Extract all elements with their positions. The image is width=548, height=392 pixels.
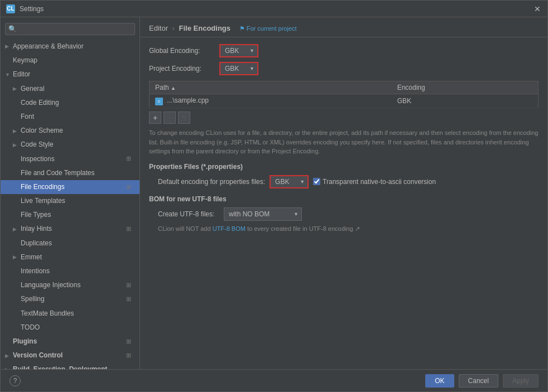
- sidebar-item-label: Color Scheme: [21, 125, 63, 136]
- sidebar-item-spelling[interactable]: Spelling ⊞: [1, 292, 140, 306]
- settings-icon: ⊞: [126, 351, 135, 361]
- sidebar-item-label: Language Injections: [21, 280, 80, 291]
- bom-dropdown[interactable]: with NO BOM ▼: [224, 207, 302, 221]
- title-bar: CL Settings ✕: [1, 1, 547, 17]
- sidebar-item-version-control[interactable]: ▶ Version Control ⊞: [1, 349, 140, 362]
- chevron-down-icon: ▼: [249, 48, 254, 54]
- sidebar-item-file-encodings[interactable]: File Encodings ⊞: [1, 180, 140, 194]
- sidebar-item-label: General: [21, 84, 45, 94]
- sidebar-item-label: Live Templates: [21, 196, 65, 206]
- chevron-icon: ▶: [13, 253, 21, 261]
- project-encoding-dropdown[interactable]: GBK ▼: [219, 62, 258, 75]
- sidebar-item-file-types[interactable]: File Types: [1, 208, 140, 222]
- properties-encoding-value: GBK: [275, 178, 289, 186]
- apply-button[interactable]: Apply: [503, 374, 539, 388]
- utf8-bom-link[interactable]: UTF-8 BOM: [213, 225, 246, 232]
- breadcrumb-parent: Editor: [149, 24, 168, 32]
- bom-info: CLion will NOT add UTF-8 BOM to every cr…: [149, 225, 539, 233]
- sidebar-item-label: File Types: [21, 210, 51, 220]
- create-utf8-label: Create UTF-8 files:: [158, 210, 219, 218]
- sidebar-item-code-style[interactable]: ▶ Code Style: [1, 138, 140, 152]
- sidebar: 🔍 ▶ Appearance & Behavior Keymap ▼ Edito…: [1, 17, 140, 369]
- sidebar-item-label: File Encodings: [21, 182, 65, 192]
- bom-dropdown-value: with NO BOM: [229, 210, 270, 218]
- sidebar-item-inspections[interactable]: Inspections ⊞: [1, 152, 140, 166]
- sidebar-item-todo[interactable]: TODO: [1, 321, 140, 335]
- breadcrumb: Editor › File Encodings ⚑ For current pr…: [149, 24, 539, 32]
- add-button[interactable]: +: [149, 112, 161, 124]
- chevron-icon: ▼: [5, 71, 13, 79]
- sidebar-item-keymap[interactable]: Keymap: [1, 54, 140, 67]
- sidebar-item-appearance[interactable]: ▶ Appearance & Behavior: [1, 40, 140, 54]
- sidebar-item-emmet[interactable]: ▶ Emmet: [1, 250, 140, 264]
- sidebar-item-label: Inspections: [21, 154, 55, 164]
- sidebar-item-general[interactable]: ▶ General: [1, 82, 140, 96]
- sidebar-item-file-code-templates[interactable]: File and Code Templates: [1, 166, 140, 180]
- app-icon: CL: [6, 4, 15, 13]
- edit-button[interactable]: ✎: [178, 112, 190, 124]
- settings-icon: ⊞: [126, 154, 135, 164]
- settings-window: CL Settings ✕ 🔍 ▶ Appearance & Behavior …: [0, 0, 548, 392]
- chevron-icon: ▶: [5, 352, 13, 360]
- sidebar-item-code-editing[interactable]: Code Editing: [1, 96, 140, 110]
- remove-button[interactable]: −: [164, 112, 176, 124]
- file-icon: c: [155, 98, 163, 105]
- settings-icon: ⊞: [126, 280, 135, 291]
- sidebar-item-label: Code Editing: [21, 98, 59, 108]
- transparent-label: Transparent native-to-ascii conversion: [323, 178, 436, 186]
- sidebar-item-label: Version Control: [13, 350, 63, 361]
- chevron-down-icon: ▼: [294, 211, 299, 217]
- window-title: Settings: [20, 5, 533, 13]
- main-body: Global Encoding: GBK ▼ Project Encoding:…: [140, 37, 547, 369]
- sidebar-item-language-injections[interactable]: Language Injections ⊞: [1, 278, 140, 292]
- close-button[interactable]: ✕: [533, 4, 542, 13]
- global-encoding-value: GBK: [225, 47, 239, 55]
- sidebar-item-build[interactable]: ▶ Build, Execution, Deployment: [1, 362, 140, 369]
- sidebar-item-plugins[interactable]: Plugins ⊞: [1, 335, 140, 349]
- sidebar-item-duplicates[interactable]: Duplicates: [1, 236, 140, 250]
- chevron-icon: ▶: [13, 225, 21, 233]
- sidebar-item-inlay-hints[interactable]: ▶ Inlay Hints ⊞: [1, 222, 140, 236]
- sidebar-item-label: Emmet: [21, 252, 42, 263]
- sidebar-item-label: Duplicates: [21, 238, 52, 249]
- sidebar-item-label: Editor: [13, 69, 30, 80]
- transparent-checkbox[interactable]: [313, 178, 320, 185]
- main-header: Editor › File Encodings ⚑ For current pr…: [140, 17, 547, 37]
- table-row[interactable]: c ...\sample.cpp GBK: [150, 94, 539, 108]
- help-button[interactable]: ?: [9, 375, 21, 386]
- sidebar-item-live-templates[interactable]: Live Templates: [1, 194, 140, 208]
- table-header-path[interactable]: Path: [150, 81, 392, 94]
- chevron-icon: ▶: [13, 141, 21, 149]
- cancel-button[interactable]: Cancel: [459, 374, 498, 388]
- sidebar-item-label: Spelling: [21, 294, 45, 304]
- sidebar-item-label: Code Style: [21, 139, 54, 150]
- properties-encoding-dropdown[interactable]: GBK ▼: [270, 175, 309, 188]
- search-input[interactable]: [5, 23, 135, 35]
- sidebar-item-label: TODO: [21, 322, 40, 333]
- sidebar-item-font[interactable]: Font: [1, 110, 140, 124]
- table-header-encoding[interactable]: Encoding: [392, 81, 539, 94]
- bom-info-text: CLion will NOT add: [158, 225, 211, 232]
- sidebar-item-label: File and Code Templates: [21, 168, 95, 178]
- project-link[interactable]: ⚑ For current project: [239, 25, 297, 32]
- search-container: 🔍: [5, 23, 135, 35]
- ok-button[interactable]: OK: [425, 374, 454, 388]
- sidebar-item-editor[interactable]: ▼ Editor: [1, 67, 140, 81]
- global-encoding-label: Global Encoding:: [149, 47, 216, 55]
- sidebar-item-color-scheme[interactable]: ▶ Color Scheme: [1, 124, 140, 138]
- global-encoding-dropdown[interactable]: GBK ▼: [219, 44, 258, 57]
- chevron-down-icon: ▼: [300, 179, 305, 185]
- project-encoding-label: Project Encoding:: [149, 65, 216, 72]
- sidebar-item-intentions[interactable]: Intentions: [1, 264, 140, 278]
- chevron-icon: ▶: [5, 42, 13, 50]
- sidebar-item-label: Font: [21, 112, 34, 122]
- settings-icon: ⊞: [126, 182, 135, 192]
- search-icon: 🔍: [8, 25, 17, 33]
- properties-section-title: Properties Files (*.properties): [149, 163, 539, 171]
- sidebar-item-textmate[interactable]: TextMate Bundles: [1, 307, 140, 321]
- footer: ? OK Cancel Apply: [1, 369, 547, 391]
- sidebar-item-label: Plugins: [13, 336, 37, 347]
- info-text: To change encoding CLion uses for a file…: [149, 128, 539, 156]
- breadcrumb-current: File Encodings: [179, 24, 230, 32]
- footer-right: OK Cancel Apply: [425, 374, 539, 388]
